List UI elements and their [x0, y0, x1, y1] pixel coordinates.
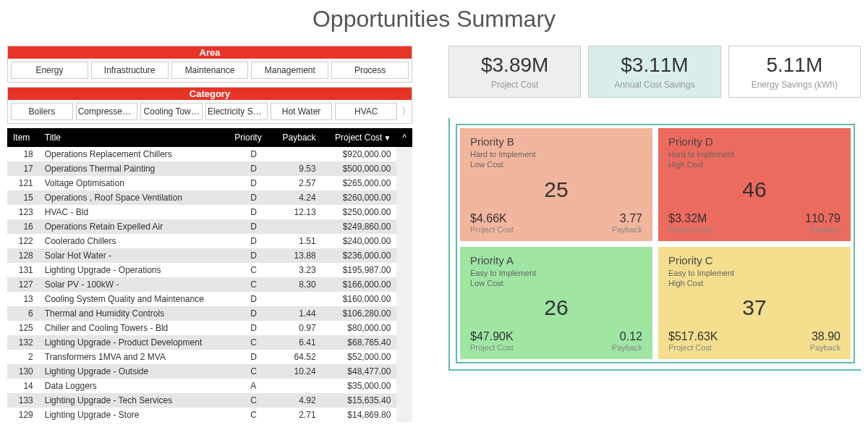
- priority-d-cost: $3.32M: [668, 212, 712, 225]
- category-option[interactable]: Boilers: [11, 103, 73, 120]
- table-row[interactable]: 132Lighting Upgrade - Product Developmen…: [7, 335, 412, 350]
- col-priority[interactable]: Priority: [229, 128, 271, 147]
- priority-matrix: Priority B Hard to Implement Low Cost 25…: [456, 124, 855, 363]
- table-row[interactable]: 128Solar Hot Water -D13.88$236,000.00: [7, 248, 412, 263]
- area-option[interactable]: Management: [251, 62, 328, 79]
- area-option[interactable]: Process: [331, 62, 409, 79]
- table-row[interactable]: 131Lighting Upgrade - OperationsC3.23$19…: [7, 263, 412, 277]
- priority-d-title: Priority D: [668, 135, 841, 148]
- priority-a-cost: $47.90K: [470, 330, 514, 343]
- table-row[interactable]: 15Operations , Roof Space VentilationD4.…: [7, 190, 412, 205]
- table-row[interactable]: 2Transformers 1MVA and 2 MVAD64.52$52,00…: [7, 350, 412, 364]
- opportunities-table: Item Title Priority Payback Project Cost…: [7, 128, 412, 422]
- priority-a-sub1: Easy to Implement: [470, 268, 642, 278]
- kpi-card: $3.89MProject Cost: [448, 46, 581, 98]
- area-option[interactable]: Maintenance: [171, 62, 249, 79]
- table-row[interactable]: 17Operations Thermal PaintingD9.53$500,0…: [7, 161, 412, 176]
- page-title: Opportunities Summary: [0, 0, 868, 46]
- category-option[interactable]: Hot Water: [271, 103, 333, 120]
- priority-a-count: 26: [470, 295, 642, 320]
- area-slicer: Area EnergyInfrastructureMaintenanceMana…: [7, 46, 412, 83]
- kpi-value: 5.11M: [733, 54, 856, 77]
- priority-b-cell[interactable]: Priority B Hard to Implement Low Cost 25…: [460, 128, 652, 241]
- kpi-value: $3.89M: [454, 54, 576, 77]
- priority-b-sub1: Hard to Implement: [470, 149, 642, 159]
- kpi-value: $3.11M: [593, 54, 715, 77]
- area-slicer-header: Area: [8, 46, 412, 59]
- priority-d-payback: 110.79: [712, 212, 841, 225]
- priority-a-sub2: Low Cost: [470, 278, 642, 288]
- priority-b-cost: $4.66K: [470, 212, 514, 225]
- category-slicer-header: Category: [8, 88, 412, 100]
- area-option[interactable]: Infrastructure: [91, 62, 169, 79]
- priority-c-cost: $517.63K: [668, 330, 718, 343]
- category-slicer: Category BoilersCompressed…Cooling Tow…E…: [7, 87, 412, 124]
- priority-a-payback: 0.12: [514, 330, 642, 343]
- kpi-label: Project Cost: [454, 80, 576, 90]
- priority-c-cell[interactable]: Priority C Easy to Implement High Cost 3…: [658, 247, 851, 360]
- area-option[interactable]: Energy: [11, 62, 88, 79]
- priority-c-sub2: High Cost: [668, 278, 841, 288]
- priority-d-sub2: High Cost: [668, 159, 841, 169]
- table-row[interactable]: 121Voltage OptimisationD2.57$265,000.00: [7, 176, 412, 190]
- kpi-label: Energy Savings (kWh): [733, 80, 856, 90]
- priority-b-payback: 3.77: [514, 212, 642, 225]
- category-option[interactable]: Electricity Su…: [205, 103, 268, 120]
- chevron-right-icon[interactable]: 〉: [400, 105, 409, 118]
- priority-d-count: 46: [668, 177, 841, 202]
- sort-desc-icon: ▼: [383, 134, 391, 142]
- scroll-up-icon[interactable]: ^: [396, 128, 412, 147]
- table-row[interactable]: 133Lighting Upgrade - Tech ServicesC4.92…: [7, 393, 412, 408]
- table-row[interactable]: 127Solar PV - 100kW -C8.30$166,000.00: [7, 277, 412, 292]
- category-option[interactable]: HVAC: [335, 103, 397, 120]
- col-item[interactable]: Item: [7, 128, 39, 147]
- table-row[interactable]: 123HVAC - BldD12.13$250,000.00: [7, 205, 412, 219]
- table-row[interactable]: 125Chiller and Cooling Towers - BldD0.97…: [7, 321, 412, 335]
- table-row[interactable]: 6Thermal and Humidity ControlsD1.44$106,…: [7, 306, 412, 321]
- table-row[interactable]: 14Data LoggersA$35,000.00: [7, 379, 412, 393]
- col-title[interactable]: Title: [39, 128, 229, 147]
- col-cost[interactable]: Project Cost▼: [322, 128, 397, 147]
- kpi-label: Annual Cost Savings: [593, 80, 715, 90]
- table-row[interactable]: 18Operations Replacement ChillersD$920,0…: [7, 147, 412, 161]
- priority-c-title: Priority C: [668, 254, 841, 266]
- priority-a-title: Priority A: [470, 254, 642, 266]
- kpi-card: 5.11MEnergy Savings (kWh): [728, 46, 861, 98]
- priority-b-count: 25: [470, 177, 642, 202]
- table-row[interactable]: 122Coolerado ChillersD1.51$240,000.00: [7, 234, 412, 248]
- table-row[interactable]: 130Lighting Upgrade - OutsideC10.24$48,4…: [7, 364, 412, 379]
- priority-c-sub1: Easy to Implement: [668, 268, 841, 278]
- category-option[interactable]: Compressed…: [76, 103, 138, 120]
- priority-d-cell[interactable]: Priority D Hard to Implement High Cost 4…: [658, 128, 851, 241]
- category-option[interactable]: Cooling Tow…: [140, 103, 203, 120]
- priority-d-sub1: Hard to Implement: [668, 149, 841, 159]
- table-row[interactable]: 129Lighting Upgrade - StoreC2.71$14,869.…: [7, 408, 412, 422]
- priority-c-payback: 38.90: [718, 330, 841, 343]
- priority-c-count: 37: [668, 295, 841, 320]
- col-payback[interactable]: Payback: [272, 128, 322, 147]
- kpi-card: $3.11MAnnual Cost Savings: [588, 46, 720, 98]
- priority-a-cell[interactable]: Priority A Easy to Implement Low Cost 26…: [460, 247, 652, 360]
- table-row[interactable]: 13Cooling System Quality and Maintenance…: [7, 292, 412, 306]
- table-row[interactable]: 16Operations Retain Expelled AirD$249,86…: [7, 219, 412, 234]
- priority-b-sub2: Low Cost: [470, 159, 642, 169]
- priority-b-title: Priority B: [470, 135, 642, 148]
